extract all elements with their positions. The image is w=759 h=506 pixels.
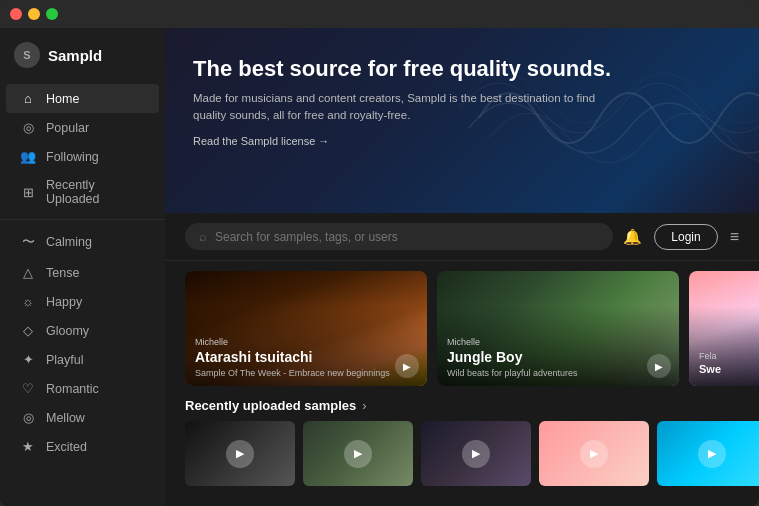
sidebar-label-mellow: Mellow xyxy=(46,411,85,425)
thumbnail-4[interactable]: ▶ xyxy=(539,421,649,486)
recently-icon: ⊞ xyxy=(20,185,36,200)
sidebar-item-gloomy[interactable]: ◇ Gloomy xyxy=(6,316,159,345)
play-button-2[interactable]: ▶ xyxy=(647,354,671,378)
hero-title: The best source for free quality sounds. xyxy=(193,56,731,82)
popular-icon: ◎ xyxy=(20,120,36,135)
featured-card-1[interactable]: Michelle Atarashi tsuitachi Sample Of Th… xyxy=(185,271,427,386)
sidebar-item-tense[interactable]: △ Tense xyxy=(6,258,159,287)
featured-card-3[interactable]: Fela Swe xyxy=(689,271,759,386)
close-button[interactable] xyxy=(10,8,22,20)
search-input-wrapper[interactable]: ⌕ xyxy=(185,223,613,250)
sidebar-label-happy: Happy xyxy=(46,295,82,309)
card-info-1: Michelle Atarashi tsuitachi Sample Of Th… xyxy=(195,337,399,378)
thumbnail-1[interactable]: ▶ xyxy=(185,421,295,486)
thumbnail-3[interactable]: ▶ xyxy=(421,421,531,486)
happy-icon: ☼ xyxy=(20,294,36,309)
sidebar-item-romantic[interactable]: ♡ Romantic xyxy=(6,374,159,403)
card-desc-1: Sample Of The Week - Embrace new beginni… xyxy=(195,368,399,378)
home-icon: ⌂ xyxy=(20,91,36,106)
maximize-button[interactable] xyxy=(46,8,58,20)
sidebar: S Sampld ⌂ Home ◎ Popular 👥 Following ⊞ … xyxy=(0,28,165,506)
thumb-play-5[interactable]: ▶ xyxy=(698,440,726,468)
card-author-1: Michelle xyxy=(195,337,399,347)
hero-license-link[interactable]: Read the Sampld license → xyxy=(193,135,731,147)
sidebar-label-calming: Calming xyxy=(46,235,92,249)
mellow-icon: ◎ xyxy=(20,410,36,425)
card-author-2: Michelle xyxy=(447,337,651,347)
sidebar-item-excited[interactable]: ★ Excited xyxy=(6,432,159,461)
sidebar-item-mellow[interactable]: ◎ Mellow xyxy=(6,403,159,432)
thumb-play-4[interactable]: ▶ xyxy=(580,440,608,468)
hero-section: The best source for free quality sounds.… xyxy=(165,28,759,213)
romantic-icon: ♡ xyxy=(20,381,36,396)
featured-section: Michelle Atarashi tsuitachi Sample Of Th… xyxy=(165,261,759,392)
app-container: S Sampld ⌂ Home ◎ Popular 👥 Following ⊞ … xyxy=(0,28,759,506)
sidebar-label-popular: Popular xyxy=(46,121,89,135)
recently-section: Recently uploaded samples › ▶ ▶ ▶ ▶ ▶ xyxy=(165,392,759,486)
featured-card-2[interactable]: Michelle Jungle Boy Wild beats for playf… xyxy=(437,271,679,386)
following-icon: 👥 xyxy=(20,149,36,164)
search-bar: ⌕ 🔔 Login ≡ xyxy=(165,213,759,261)
calming-icon: 〜 xyxy=(20,233,36,251)
thumbnail-2[interactable]: ▶ xyxy=(303,421,413,486)
thumb-play-1[interactable]: ▶ xyxy=(226,440,254,468)
sidebar-item-happy[interactable]: ☼ Happy xyxy=(6,287,159,316)
sidebar-item-calming[interactable]: 〜 Calming xyxy=(6,226,159,258)
sidebar-label-gloomy: Gloomy xyxy=(46,324,89,338)
sidebar-label-home: Home xyxy=(46,92,79,106)
sidebar-logo: S Sampld xyxy=(0,42,165,84)
sidebar-label-excited: Excited xyxy=(46,440,87,454)
sidebar-item-following[interactable]: 👥 Following xyxy=(6,142,159,171)
login-button[interactable]: Login xyxy=(654,224,717,250)
main-content: The best source for free quality sounds.… xyxy=(165,28,759,506)
card-info-2: Michelle Jungle Boy Wild beats for playf… xyxy=(447,337,651,378)
recently-title: Recently uploaded samples xyxy=(185,398,356,413)
sidebar-label-tense: Tense xyxy=(46,266,79,280)
play-button-1[interactable]: ▶ xyxy=(395,354,419,378)
logo-icon: S xyxy=(14,42,40,68)
sidebar-label-romantic: Romantic xyxy=(46,382,99,396)
search-actions: 🔔 Login ≡ xyxy=(623,224,739,250)
section-arrow[interactable]: › xyxy=(362,398,366,413)
sidebar-item-popular[interactable]: ◎ Popular xyxy=(6,113,159,142)
search-input[interactable] xyxy=(215,230,599,244)
sidebar-divider xyxy=(0,219,165,220)
hero-description: Made for musicians and content creators,… xyxy=(193,90,613,125)
thumb-play-3[interactable]: ▶ xyxy=(462,440,490,468)
card-title-2: Jungle Boy xyxy=(447,349,651,365)
gloomy-icon: ◇ xyxy=(20,323,36,338)
card-info-3: Fela Swe xyxy=(699,351,741,378)
card-title-3: Swe xyxy=(699,363,741,375)
menu-icon[interactable]: ≡ xyxy=(730,228,739,246)
card-desc-2: Wild beats for playful adventures xyxy=(447,368,651,378)
bell-icon[interactable]: 🔔 xyxy=(623,228,642,246)
sidebar-item-playful[interactable]: ✦ Playful xyxy=(6,345,159,374)
excited-icon: ★ xyxy=(20,439,36,454)
app-name: Sampld xyxy=(48,47,102,64)
sidebar-item-home[interactable]: ⌂ Home xyxy=(6,84,159,113)
thumb-play-2[interactable]: ▶ xyxy=(344,440,372,468)
card-title-1: Atarashi tsuitachi xyxy=(195,349,399,365)
card-author-3: Fela xyxy=(699,351,741,361)
section-header: Recently uploaded samples › xyxy=(185,398,739,413)
sidebar-label-recently: Recently Uploaded xyxy=(46,178,145,206)
playful-icon: ✦ xyxy=(20,352,36,367)
sidebar-item-recently-uploaded[interactable]: ⊞ Recently Uploaded xyxy=(6,171,159,213)
thumbnail-5[interactable]: ▶ xyxy=(657,421,759,486)
minimize-button[interactable] xyxy=(28,8,40,20)
titlebar xyxy=(0,0,759,28)
sidebar-label-following: Following xyxy=(46,150,99,164)
sidebar-label-playful: Playful xyxy=(46,353,84,367)
thumbnails-row: ▶ ▶ ▶ ▶ ▶ xyxy=(185,421,739,486)
search-icon: ⌕ xyxy=(199,229,207,244)
tense-icon: △ xyxy=(20,265,36,280)
